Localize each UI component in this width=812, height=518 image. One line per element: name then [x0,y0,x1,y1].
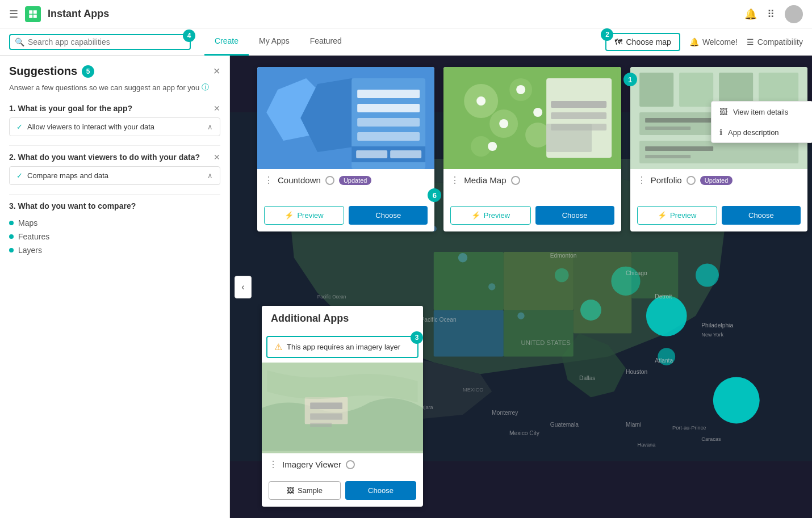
imagery-dots-menu[interactable]: ⋮ [269,459,278,470]
compatibility-button[interactable]: ☰ Compatibility [747,37,803,47]
nav-icons: 🔔 ⠿ [744,5,803,23]
choose-map-button[interactable]: 2 🗺 Choose map [605,33,680,51]
svg-rect-53 [356,150,387,158]
imagery-map-svg [262,363,423,453]
media-map-preview-button[interactable]: ⚡ Preview [450,206,530,225]
additional-apps-section: Additional Apps ⚠ This app requires an i… [257,306,428,507]
map-icon: 🗺 [614,37,622,47]
app-desc-icon: ℹ [719,128,722,137]
question-2-block: 2. What do you want viewers to do with y… [9,153,220,185]
badge-1: 1 [623,73,637,86]
svg-rect-19 [504,310,574,357]
svg-text:New York: New York [701,332,723,338]
view-details-icon: 🖼 [719,107,727,116]
countdown-title: Countdown [278,175,321,185]
svg-point-65 [488,142,497,151]
sample-icon: 🖼 [287,486,294,495]
preview-icon-2: ⚡ [471,211,480,220]
context-menu: 🖼 View item details ℹ App description [711,101,812,143]
svg-rect-0 [29,10,32,14]
suggestions-close[interactable]: ✕ [213,66,220,77]
dot-icon-3 [9,248,14,252]
imagery-title-row: ⋮ Imagery Viewer [269,459,416,470]
tab-create[interactable]: Create [204,28,249,56]
option-layers[interactable]: Layers [9,243,220,257]
countdown-badge: Updated [339,176,372,185]
svg-rect-79 [645,127,690,130]
divider-2 [9,194,220,195]
svg-rect-78 [645,118,713,123]
media-map-card-body: ⋮ Media Map [443,169,621,206]
countdown-choose-button[interactable]: Choose [349,206,428,225]
media-map-radio[interactable] [511,176,520,185]
media-map-title-row: ⋮ Media Map [450,175,614,186]
question-2-close[interactable]: ✕ [214,153,220,162]
search-input[interactable] [28,37,164,47]
question-1-label: 1. What is your goal for the app? [9,104,132,113]
context-app-description[interactable]: ℹ App description [711,122,812,142]
imagery-sample-button[interactable]: 🖼 Sample [269,481,341,500]
check-icon-2: ✓ [16,171,23,180]
svg-rect-50 [357,118,420,127]
svg-text:Edmonton: Edmonton [550,252,577,259]
portfolio-dots-menu[interactable]: ⋮ [637,175,646,186]
notification-icon[interactable]: 🔔 [744,8,757,20]
welcome-icon: 🔔 [689,37,699,47]
context-view-details[interactable]: 🖼 View item details [711,102,812,122]
question-1-header: 1. What is your goal for the app? ✕ [9,104,220,113]
question-2-answer[interactable]: ✓Compare maps and data ∧ [9,166,220,185]
svg-point-8 [696,264,719,287]
media-map-choose-button[interactable]: Choose [535,206,614,225]
portfolio-radio[interactable] [687,176,696,185]
svg-rect-20 [574,252,632,334]
option-maps[interactable]: Maps [9,216,220,230]
tab-featured[interactable]: Featured [300,28,352,56]
svg-text:MEXICO: MEXICO [463,387,483,393]
grid-icon[interactable]: ⠿ [767,8,775,20]
portfolio-card-body: ⋮ Portfolio Updated [630,169,807,206]
imagery-radio[interactable] [346,460,355,469]
svg-point-43 [713,377,760,423]
preview-icon-3: ⚡ [658,211,667,220]
compat-icon: ☰ [747,37,754,47]
media-map-dots-menu[interactable]: ⋮ [450,175,459,186]
question-1-close[interactable]: ✕ [214,104,220,113]
search-box[interactable]: 🔍 4 [9,34,191,50]
svg-text:Pacific Ocean: Pacific Ocean [317,294,346,300]
svg-rect-85 [310,413,342,419]
prev-arrow-button[interactable]: ‹ [235,276,252,298]
countdown-radio[interactable] [325,176,334,185]
svg-text:Detroit: Detroit [655,293,672,300]
view-details-label: View item details [733,108,788,116]
hamburger-icon[interactable]: ☰ [9,8,18,20]
sub-nav-right: 2 🗺 Choose map 🔔 Welcome! ☰ Compatibilit… [605,33,803,51]
svg-text:Havana: Havana [638,442,656,448]
suggestions-desc: Answer a few questions so we can suggest… [9,82,220,92]
choose-map-badge: 2 [601,28,613,41]
svg-rect-16 [434,252,504,310]
option-list: Maps Features Layers [9,216,220,257]
avatar[interactable] [785,5,803,23]
countdown-dots-menu[interactable]: ⋮ [264,175,273,186]
option-features[interactable]: Features [9,230,220,243]
dot-icon-2 [9,234,14,239]
check-icon: ✓ [16,123,23,131]
countdown-preview-button[interactable]: ⚡ Preview [264,206,344,225]
media-map-actions: ⚡ Preview Choose [443,206,621,231]
svg-rect-68 [551,112,606,119]
imagery-title: Imagery Viewer [282,460,341,469]
portfolio-preview-button[interactable]: ⚡ Preview [637,206,717,225]
svg-rect-86 [310,423,332,428]
suggestions-badge: 5 [82,65,94,78]
warning-badge: 3 [411,331,423,344]
question-1-answer[interactable]: ✓Allow viewers to interact with your dat… [9,117,220,136]
compat-label: Compatibility [757,37,803,47]
tab-my-apps[interactable]: My Apps [249,28,300,56]
portfolio-actions: ⚡ Preview Choose [630,206,807,231]
imagery-choose-button[interactable]: Choose [345,481,416,500]
welcome-button[interactable]: 🔔 Welcome! [689,37,738,47]
portfolio-choose-button[interactable]: Choose [722,206,801,225]
svg-rect-73 [679,73,713,107]
svg-text:Monterrey: Monterrey [492,410,518,416]
svg-text:Houston: Houston [626,369,647,375]
